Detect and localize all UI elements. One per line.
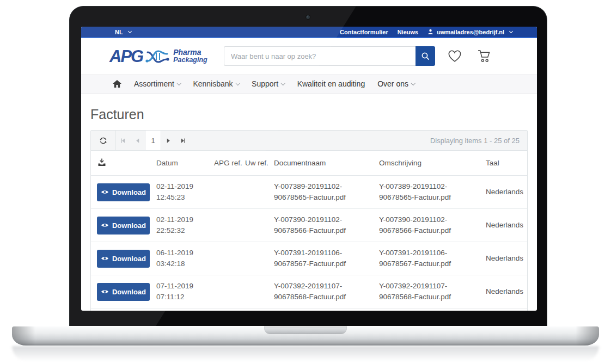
cell-documentnaam: Y-007391-20191106- 90678567-Factuur.pdf [274,248,379,269]
search-bar [224,46,435,66]
download-column-icon[interactable] [97,158,106,166]
cell-datum: 06-11-2019 03:42:18 [156,248,214,269]
chevron-down-icon [235,81,240,85]
page-title: Facturen [90,107,537,122]
table-row: Download 06-11-2019 03:42:18 Y-007391-20… [91,242,527,275]
first-page-icon [120,138,126,144]
eye-icon [101,289,109,294]
previous-page-button[interactable] [130,131,145,150]
language-selector[interactable]: NL [115,29,131,35]
wishlist-heart-icon[interactable] [447,50,462,63]
download-button-label: Download [112,221,146,230]
cell-documentnaam: Y-007392-20191107- 90678568-Factuur.pdf [274,281,379,302]
dna-helix-icon [145,47,170,65]
cell-datum: 02-11-2019 22:52:32 [156,214,214,236]
logo-wordmark: APG [109,48,143,65]
eye-icon [101,223,109,228]
nav-item-label: Support [252,79,278,88]
column-header-documentnaam[interactable]: Documentnaam [274,159,379,167]
cell-taal: Nederlands [486,286,528,297]
cell-taal: Nederlands [486,187,528,198]
cell-omschrijving: Y-007390-20191102- 90678566-Factuur.pdf [379,214,486,236]
eye-icon [101,189,109,195]
next-page-button[interactable] [161,131,176,150]
top-utility-bar: NL Contactformulier Nieuws uwmailadres@b… [81,27,537,38]
cell-omschrijving: Y-007391-20191106- 90678567-Factuur.pdf [379,248,486,269]
chevron-down-icon [509,29,513,33]
refresh-icon [99,137,107,145]
column-header-omschrijving[interactable]: Omschrijving [379,159,486,167]
eye-icon [101,256,109,261]
table-row: Download 07-11-2019 07:11:12 Y-007392-20… [91,275,527,309]
current-page-number[interactable]: 1 [145,131,161,150]
language-label: NL [115,29,123,35]
chevron-down-icon [177,81,181,85]
refresh-button[interactable] [91,131,115,150]
column-header-taal[interactable]: Taal [486,159,528,167]
user-email: uwmailadres@bedrijf.nl [437,29,504,35]
first-page-button[interactable] [115,131,130,150]
logo-packaging-text: Packaging [173,57,207,64]
cell-taal: Nederlands [486,220,528,231]
home-icon[interactable] [113,80,121,88]
nav-item-label: Kwaliteit en auditing [297,79,365,88]
next-page-icon [166,138,171,144]
user-icon [427,29,433,35]
shopping-cart-icon[interactable] [477,50,492,63]
chevron-down-icon [281,81,285,85]
column-header-apg-ref[interactable]: APG ref. [214,159,245,167]
nav-item[interactable]: Assortiment [134,79,180,88]
download-button-label: Download [112,255,146,263]
table-row: Download 02-11-2019 22:52:32 Y-007390-20… [91,209,527,242]
chevron-down-icon [411,81,416,85]
browser-viewport: NL Contactformulier Nieuws uwmailadres@b… [81,27,537,311]
cell-documentnaam: Y-007390-20191102- 90678566-Factuur.pdf [274,214,379,236]
search-icon [421,52,430,61]
site-header: APG Pharma Packaging [81,38,537,74]
webcam-icon [306,15,310,19]
cell-documentnaam: Y-007389-20191102- 90678565-Factuur.pdf [274,181,379,202]
cell-omschrijving: Y-007389-20191102- 90678565-Factuur.pdf [379,181,486,202]
nav-item-label: Over ons [377,79,408,88]
paging-status: Displaying items 1 - 25 of 25 [430,131,527,150]
apg-pharma-packaging-logo[interactable]: APG Pharma Packaging [109,47,218,65]
laptop-reflection [12,346,599,361]
table-toolbar: 1 Displaying items 1 - 25 of 25 [91,131,527,151]
search-input[interactable] [224,46,416,66]
download-button-label: Download [112,188,146,196]
invoices-table-card: 1 Displaying items 1 - 25 of 25 [90,130,528,311]
nav-item[interactable]: Over ons [377,79,414,88]
laptop-bezel: NL Contactformulier Nieuws uwmailadres@b… [69,6,547,326]
main-navigation: Assortiment Kennisbank Support K [81,74,537,94]
download-button[interactable]: Download [97,183,150,201]
download-button[interactable]: Download [97,283,150,301]
nav-item[interactable]: Kwaliteit en auditing [297,79,365,88]
laptop-lid-notch [264,326,347,334]
previous-page-icon [135,138,140,144]
column-header-uw-ref[interactable]: Uw ref. [245,159,274,167]
chevron-down-icon [128,29,132,33]
laptop-mockup: NL Contactformulier Nieuws uwmailadres@b… [0,0,611,364]
logo-pharma-text: Pharma [173,48,207,57]
cell-datum: 02-11-2019 12:45:23 [156,181,214,202]
table-header-row: Datum APG ref. Uw ref. Documentnaam Omsc… [91,151,527,176]
nav-item-label: Assortiment [134,79,174,88]
cell-datum: 07-11-2019 07:11:12 [156,281,214,302]
nav-item[interactable]: Support [252,79,285,88]
cell-taal: Nederlands [486,253,528,264]
cell-omschrijving: Y-007392-20191107- 90678568-Factuur.pdf [379,281,486,302]
last-page-button[interactable] [176,131,191,150]
laptop-base [12,326,599,346]
download-button[interactable]: Download [97,250,150,268]
search-button[interactable] [416,46,435,66]
news-link[interactable]: Nieuws [398,29,419,35]
contact-link[interactable]: Contactformulier [340,29,388,35]
nav-item[interactable]: Kennisbank [193,79,239,88]
download-button[interactable]: Download [97,217,150,235]
last-page-icon [180,138,186,144]
nav-item-label: Kennisbank [193,79,233,88]
column-header-datum[interactable]: Datum [156,159,214,167]
account-menu[interactable]: uwmailadres@bedrijf.nl [427,29,512,35]
table-row: Download 02-11-2019 12:45:23 Y-007389-20… [91,176,527,209]
download-button-label: Download [112,288,146,296]
